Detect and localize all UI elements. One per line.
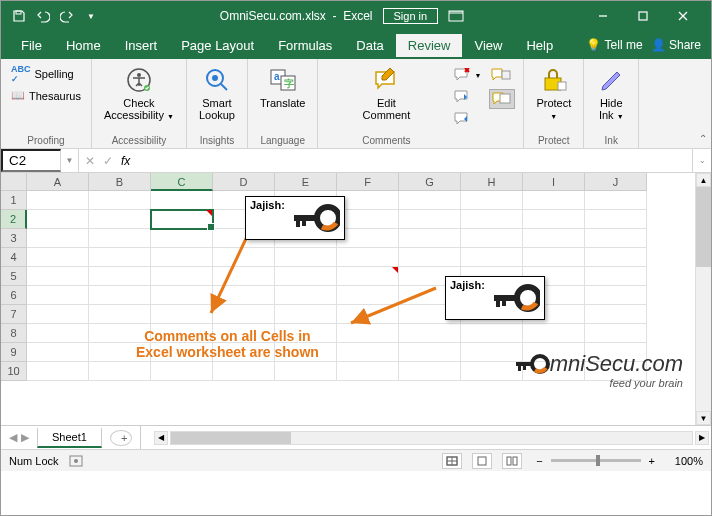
collapse-ribbon-icon[interactable]: ⌃ <box>699 133 707 144</box>
tab-help[interactable]: Help <box>514 34 565 57</box>
column-header[interactable]: F <box>337 173 399 191</box>
cell-J1[interactable] <box>585 191 647 210</box>
tell-me-button[interactable]: 💡 Tell me <box>586 38 642 52</box>
cell-B7[interactable] <box>89 305 151 324</box>
cell-H2[interactable] <box>461 210 523 229</box>
cell-I2[interactable] <box>523 210 585 229</box>
normal-view-button[interactable] <box>442 453 462 469</box>
column-header[interactable]: G <box>399 173 461 191</box>
scroll-left-icon[interactable]: ◀ <box>154 431 168 445</box>
cell-J8[interactable] <box>585 324 647 343</box>
zoom-in-button[interactable]: + <box>645 455 659 467</box>
row-header[interactable]: 4 <box>1 248 27 267</box>
cell-B6[interactable] <box>89 286 151 305</box>
page-break-button[interactable] <box>502 453 522 469</box>
cell-F2[interactable] <box>337 210 399 229</box>
prev-comment-button[interactable] <box>452 89 472 105</box>
name-box[interactable] <box>1 149 61 172</box>
column-header[interactable]: D <box>213 173 275 191</box>
cell-C10[interactable] <box>151 362 213 381</box>
cell-E7[interactable] <box>275 305 337 324</box>
cell-I4[interactable] <box>523 248 585 267</box>
cell-A9[interactable] <box>27 343 89 362</box>
cell-I8[interactable] <box>523 324 585 343</box>
cell-H10[interactable] <box>461 362 523 381</box>
cell-G2[interactable] <box>399 210 461 229</box>
cell-B2[interactable] <box>89 210 151 229</box>
sheet-tab-sheet1[interactable]: Sheet1 <box>37 428 102 448</box>
cell-F1[interactable] <box>337 191 399 210</box>
cell-F4[interactable] <box>337 248 399 267</box>
scroll-up-icon[interactable]: ▲ <box>696 173 711 187</box>
row-header[interactable]: 3 <box>1 229 27 248</box>
cell-B4[interactable] <box>89 248 151 267</box>
tab-insert[interactable]: Insert <box>113 34 170 57</box>
row-header[interactable]: 1 <box>1 191 27 210</box>
edit-comment-button[interactable]: Edit Comment <box>326 63 446 123</box>
row-header[interactable]: 6 <box>1 286 27 305</box>
sheet-nav[interactable]: ◀▶ <box>1 431 37 444</box>
qat-dropdown-icon[interactable]: ▼ <box>81 6 101 26</box>
column-header[interactable]: E <box>275 173 337 191</box>
cell-A2[interactable] <box>27 210 89 229</box>
fx-icon[interactable]: fx <box>121 154 130 168</box>
tab-view[interactable]: View <box>462 34 514 57</box>
horizontal-scrollbar[interactable]: ◀ ▶ <box>152 431 711 445</box>
minimize-button[interactable] <box>583 2 623 30</box>
column-header[interactable]: I <box>523 173 585 191</box>
cell-J3[interactable] <box>585 229 647 248</box>
thesaurus-button[interactable]: 📖Thesaurus <box>9 88 83 103</box>
cell-E5[interactable] <box>275 267 337 286</box>
cell-G3[interactable] <box>399 229 461 248</box>
cell-E4[interactable] <box>275 248 337 267</box>
row-header[interactable]: 8 <box>1 324 27 343</box>
close-button[interactable] <box>663 2 703 30</box>
check-accessibility-button[interactable]: Check Accessibility ▼ <box>100 63 178 123</box>
scroll-down-icon[interactable]: ▼ <box>696 411 711 425</box>
cell-F10[interactable] <box>337 362 399 381</box>
cell-G9[interactable] <box>399 343 461 362</box>
column-header[interactable]: J <box>585 173 647 191</box>
macro-record-icon[interactable] <box>69 455 83 467</box>
cell-B3[interactable] <box>89 229 151 248</box>
cell-J2[interactable] <box>585 210 647 229</box>
page-layout-button[interactable] <box>472 453 492 469</box>
protect-button[interactable]: Protect▼ <box>532 63 575 123</box>
cell-G1[interactable] <box>399 191 461 210</box>
cell-I1[interactable] <box>523 191 585 210</box>
tab-page-layout[interactable]: Page Layout <box>169 34 266 57</box>
zoom-out-button[interactable]: − <box>532 455 546 467</box>
formula-input[interactable] <box>138 154 686 168</box>
cell-B1[interactable] <box>89 191 151 210</box>
row-header[interactable]: 5 <box>1 267 27 286</box>
zoom-level[interactable]: 100% <box>663 455 703 467</box>
row-header[interactable]: 2 <box>1 210 27 229</box>
cell-B5[interactable] <box>89 267 151 286</box>
share-button[interactable]: 👤 Share <box>651 38 701 52</box>
row-header[interactable]: 9 <box>1 343 27 362</box>
cell-A3[interactable] <box>27 229 89 248</box>
cell-C1[interactable] <box>151 191 213 210</box>
maximize-button[interactable] <box>623 2 663 30</box>
cell-G4[interactable] <box>399 248 461 267</box>
cell-B10[interactable] <box>89 362 151 381</box>
cell-J7[interactable] <box>585 305 647 324</box>
cell-H4[interactable] <box>461 248 523 267</box>
save-icon[interactable] <box>9 6 29 26</box>
show-all-comments-button[interactable] <box>489 89 515 109</box>
cell-A1[interactable] <box>27 191 89 210</box>
cell-J5[interactable] <box>585 267 647 286</box>
cell-G10[interactable] <box>399 362 461 381</box>
select-all-button[interactable] <box>1 173 27 191</box>
cell-A8[interactable] <box>27 324 89 343</box>
tab-formulas[interactable]: Formulas <box>266 34 344 57</box>
cell-A5[interactable] <box>27 267 89 286</box>
column-header[interactable]: C <box>151 173 213 191</box>
sign-in-button[interactable]: Sign in <box>383 8 439 24</box>
row-header[interactable]: 10 <box>1 362 27 381</box>
smart-lookup-button[interactable]: Smart Lookup <box>195 63 239 123</box>
column-header[interactable]: H <box>461 173 523 191</box>
name-box-dropdown[interactable]: ▼ <box>61 149 79 172</box>
cell-I3[interactable] <box>523 229 585 248</box>
next-comment-button[interactable] <box>452 111 472 127</box>
